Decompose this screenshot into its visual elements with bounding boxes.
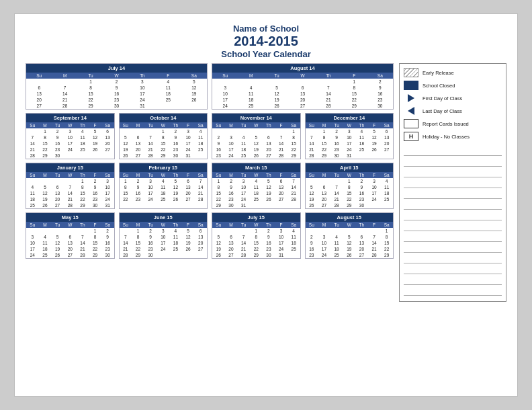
cal-day: 0: [64, 228, 77, 234]
cal-day: 2: [169, 128, 182, 134]
cal-day: 10: [275, 234, 287, 240]
cal-day: 0: [343, 228, 355, 234]
cal-day: 12: [250, 140, 263, 147]
cal-day: 3: [237, 178, 250, 184]
cal-day: 22: [157, 147, 169, 153]
day-header-cell: Tu: [330, 172, 343, 178]
calendar-row: May 15SuMTuWThFSa00000123456789101112131…: [26, 212, 394, 259]
cal-day: 14: [26, 140, 39, 147]
day-headers: SuMTuWThFSa: [306, 122, 394, 128]
first-day-label: First Day of Class: [423, 95, 462, 101]
cal-day: 19: [120, 147, 132, 153]
cal-day: 11: [238, 91, 263, 97]
cal-day: 22: [212, 196, 225, 202]
cal-day: 20: [26, 97, 52, 103]
cal-day: 0: [318, 178, 330, 184]
cal-day: 18: [169, 240, 182, 246]
cal-day: 0: [306, 128, 318, 134]
month-calendar: September 14SuMTuWThFSa01234567891011121…: [26, 113, 115, 159]
cal-grid: 0000123456789101112131415161718192021222…: [26, 178, 114, 208]
cal-day: 20: [101, 140, 114, 147]
day-headers: SuMTuWThFSa: [212, 122, 300, 128]
calendar-row: January 15SuMTuWThFSa0000123456789101112…: [26, 163, 394, 209]
cal-day: 16: [212, 147, 225, 153]
cal-grid: 0000001234567891011121314151617181920212…: [212, 128, 300, 159]
cal-day: 0: [290, 79, 315, 85]
cal-day: 30: [367, 103, 393, 109]
cal-day: 23: [263, 246, 275, 252]
cal-day: 16: [101, 240, 114, 246]
cal-day: 16: [330, 140, 343, 147]
cal-day: 3: [212, 85, 238, 91]
cal-day: 6: [225, 234, 238, 240]
day-headers: SuMTuWThFSa: [26, 122, 114, 128]
cal-day: 0: [101, 153, 114, 159]
cal-day: 0: [39, 178, 52, 184]
cal-day: 0: [132, 202, 144, 208]
cal-day: 21: [287, 190, 300, 196]
cal-day: 2: [144, 228, 157, 234]
day-header-cell: Su: [212, 122, 225, 128]
cal-day: 3: [343, 128, 355, 134]
cal-day: 15: [212, 190, 225, 196]
day-header-cell: Th: [130, 73, 155, 79]
cal-day: 17: [130, 91, 155, 97]
month-header: November 14: [212, 114, 300, 122]
cal-day: 7: [316, 85, 341, 91]
arrow-left-icon: [404, 106, 418, 116]
cal-day: 1: [287, 128, 300, 134]
cal-day: 7: [306, 134, 318, 140]
day-header-cell: Su: [120, 122, 132, 128]
day-header-cell: Th: [77, 222, 89, 228]
cal-day: 11: [26, 190, 39, 196]
cal-day: 9: [132, 184, 144, 190]
cal-day: 26: [250, 153, 263, 159]
day-header-cell: W: [250, 172, 263, 178]
cal-day: 3: [130, 79, 155, 85]
cal-day: 6: [64, 234, 77, 240]
cal-day: 3: [101, 178, 114, 184]
day-header-cell: Tu: [51, 122, 64, 128]
cal-day: 0: [194, 153, 207, 159]
cal-day: 8: [78, 85, 103, 91]
month-calendar: December 14SuMTuWThFSa012345678910111213…: [305, 113, 394, 159]
cal-day: 26: [306, 202, 318, 208]
cal-day: 7: [77, 234, 89, 240]
day-header-cell: M: [318, 122, 330, 128]
day-header-cell: F: [182, 122, 195, 128]
cal-day: 18: [77, 140, 89, 147]
cal-day: 24: [157, 246, 169, 252]
cal-day: 22: [250, 246, 263, 252]
cal-day: 1: [132, 228, 144, 234]
cal-day: 22: [132, 246, 144, 252]
day-header-cell: F: [341, 73, 367, 79]
cal-day: 15: [380, 240, 393, 246]
cal-day: 9: [144, 234, 157, 240]
cal-day: 26: [343, 252, 355, 258]
cal-day: 17: [343, 140, 355, 147]
legend: Early Release School Closed First Day of…: [399, 63, 506, 302]
cal-day: 12: [89, 134, 101, 140]
cal-day: 16: [51, 140, 64, 147]
cal-day: 29: [318, 153, 330, 159]
day-header-cell: Su: [26, 172, 39, 178]
cal-day: 18: [330, 246, 343, 252]
cal-day: 8: [120, 184, 132, 190]
cal-day: 13: [26, 91, 52, 97]
cal-day: 13: [64, 240, 77, 246]
cal-day: 15: [250, 240, 263, 246]
cal-day: 11: [169, 234, 182, 240]
cal-day: 27: [182, 196, 195, 202]
cal-day: 6: [290, 85, 315, 91]
day-header-cell: F: [89, 122, 101, 128]
cal-day: 15: [77, 190, 89, 196]
cal-day: 8: [341, 85, 367, 91]
cal-day: 25: [39, 252, 52, 258]
cal-day: 8: [250, 234, 263, 240]
cal-day: 11: [287, 234, 300, 240]
cal-day: 5: [250, 134, 263, 140]
cal-grid: 0001234567891011121314151617181920212223…: [120, 128, 208, 159]
cal-day: 0: [237, 128, 250, 134]
cal-grid: 0000012345678910111213141516171819202122…: [212, 79, 393, 109]
cal-day: 22: [343, 196, 355, 202]
